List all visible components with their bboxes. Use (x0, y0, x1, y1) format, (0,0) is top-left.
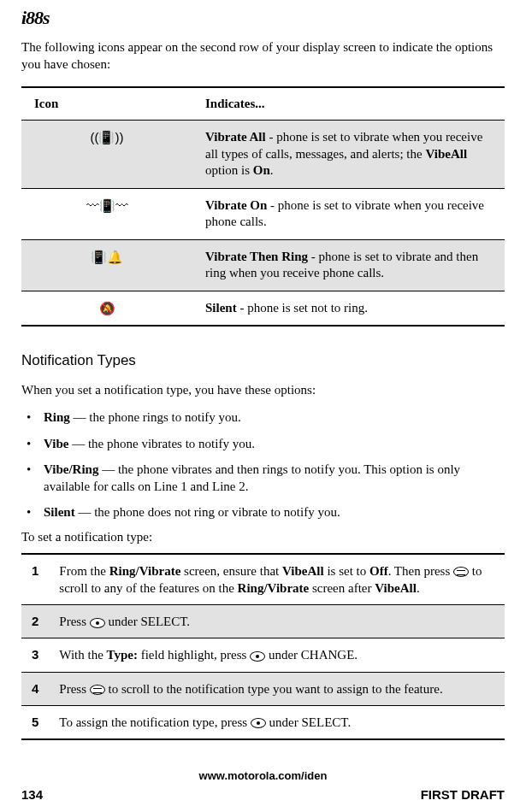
icon-description: Vibrate Then Ring - phone is set to vibr… (192, 239, 505, 291)
step-text: Press under SELECT. (49, 605, 505, 638)
step-text: From the Ring/Vibrate screen, ensure tha… (49, 554, 505, 605)
icon-description: Silent - phone is set not to ring. (192, 291, 505, 326)
scroll-button-icon (453, 567, 469, 577)
icon-description: Vibrate On - phone is set to vibrate whe… (192, 188, 505, 239)
select-button-icon (251, 718, 266, 728)
scroll-button-icon (90, 685, 105, 695)
step-number: 4 (21, 672, 49, 705)
icon-header: Icon (21, 87, 192, 121)
select-button-icon (90, 618, 105, 628)
page-number: 134 (21, 787, 43, 802)
step-number: 3 (21, 638, 49, 672)
table-row: 📳🔔 Vibrate Then Ring - phone is set to v… (21, 239, 505, 291)
section-heading: Notification Types (21, 352, 505, 369)
steps-table: 1 From the Ring/Vibrate screen, ensure t… (21, 553, 505, 741)
table-row: 3 With the Type: field highlight, press … (21, 638, 505, 672)
options-list: Ring — the phone rings to notify you. Vi… (21, 409, 505, 521)
section-intro: When you set a notification type, you ha… (21, 381, 505, 398)
step-text: Press to scroll to the notification type… (49, 672, 505, 705)
steps-intro: To set a notification type: (21, 530, 505, 544)
list-item: Silent — the phone does not ring or vibr… (21, 503, 505, 521)
table-row: ((📳)) Vibrate All - phone is set to vibr… (21, 121, 505, 189)
device-logo: i88s (21, 7, 505, 29)
vibrate-all-icon: ((📳)) (21, 121, 192, 189)
step-number: 2 (21, 605, 49, 638)
table-row: 4 Press to scroll to the notification ty… (21, 672, 505, 705)
list-item: Ring — the phone rings to notify you. (21, 409, 505, 426)
step-text: With the Type: field highlight, press un… (49, 638, 505, 672)
table-row: 5 To assign the notification type, press… (21, 705, 505, 739)
vibrate-on-icon: 〰📳〰 (21, 188, 192, 239)
table-row: 1 From the Ring/Vibrate screen, ensure t… (21, 554, 505, 605)
indicates-header: Indicates... (192, 87, 505, 121)
draft-label: FIRST DRAFT (421, 787, 505, 802)
intro-paragraph: The following icons appear on the second… (21, 39, 505, 73)
list-item: Vibe/Ring — the phone vibrates and then … (21, 461, 505, 496)
icon-description: Vibrate All - phone is set to vibrate wh… (192, 121, 505, 189)
footer-url: www.motorola.com/iden (21, 769, 505, 782)
step-number: 5 (21, 705, 49, 739)
icon-meanings-table: Icon Indicates... ((📳)) Vibrate All - ph… (21, 86, 505, 327)
table-row: 〰📳〰 Vibrate On - phone is set to vibrate… (21, 188, 505, 239)
select-button-icon (250, 651, 265, 662)
page-footer: www.motorola.com/iden 134 FIRST DRAFT (21, 769, 505, 802)
vibrate-then-ring-icon: 📳🔔 (21, 239, 192, 291)
table-row: 🔕 Silent - phone is set not to ring. (21, 291, 505, 326)
silent-icon: 🔕 (21, 291, 192, 326)
step-text: To assign the notification type, press u… (49, 705, 505, 739)
step-number: 1 (21, 554, 49, 605)
table-row: 2 Press under SELECT. (21, 605, 505, 638)
list-item: Vibe — the phone vibrates to notify you. (21, 435, 505, 452)
